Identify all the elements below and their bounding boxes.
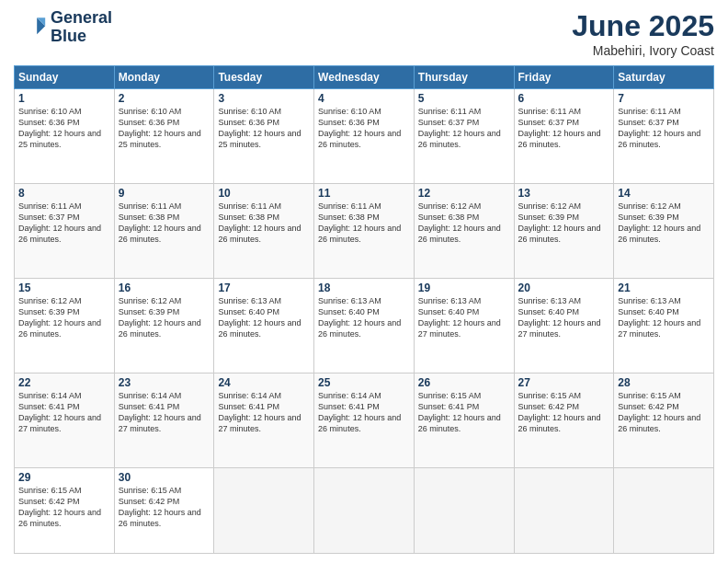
calendar-day-cell: 10Sunrise: 6:11 AMSunset: 6:38 PMDayligh… bbox=[214, 183, 314, 278]
calendar-day-cell: 2Sunrise: 6:10 AMSunset: 6:36 PMDaylight… bbox=[114, 89, 214, 184]
logo-text: General Blue bbox=[51, 9, 112, 46]
day-info: Sunrise: 6:15 AMSunset: 6:42 PMDaylight:… bbox=[119, 485, 210, 530]
day-info: Sunrise: 6:12 AMSunset: 6:39 PMDaylight:… bbox=[618, 201, 710, 246]
day-info: Sunrise: 6:13 AMSunset: 6:40 PMDaylight:… bbox=[318, 295, 410, 340]
day-number: 7 bbox=[618, 92, 710, 105]
day-info: Sunrise: 6:11 AMSunset: 6:38 PMDaylight:… bbox=[119, 201, 210, 246]
day-info: Sunrise: 6:11 AMSunset: 6:37 PMDaylight:… bbox=[518, 106, 610, 151]
calendar-day-cell: 6Sunrise: 6:11 AMSunset: 6:37 PMDaylight… bbox=[514, 89, 614, 184]
day-number: 14 bbox=[618, 187, 710, 200]
day-number: 23 bbox=[119, 376, 210, 389]
calendar-week-row: 8Sunrise: 6:11 AMSunset: 6:37 PMDaylight… bbox=[15, 183, 714, 278]
calendar-day-cell: 19Sunrise: 6:13 AMSunset: 6:40 PMDayligh… bbox=[414, 278, 514, 373]
day-info: Sunrise: 6:14 AMSunset: 6:41 PMDaylight:… bbox=[318, 390, 410, 435]
day-number: 17 bbox=[218, 282, 310, 294]
calendar-day-cell: 21Sunrise: 6:13 AMSunset: 6:40 PMDayligh… bbox=[614, 278, 714, 373]
calendar-day-cell bbox=[214, 467, 314, 553]
calendar-day-cell: 20Sunrise: 6:13 AMSunset: 6:40 PMDayligh… bbox=[514, 278, 614, 373]
day-number: 9 bbox=[119, 187, 210, 200]
day-info: Sunrise: 6:14 AMSunset: 6:41 PMDaylight:… bbox=[18, 390, 110, 435]
page: General Blue June 2025 Mabehiri, Ivory C… bbox=[0, 0, 728, 563]
calendar-day-cell: 24Sunrise: 6:14 AMSunset: 6:41 PMDayligh… bbox=[214, 373, 314, 467]
day-number: 8 bbox=[18, 187, 110, 200]
day-info: Sunrise: 6:15 AMSunset: 6:42 PMDaylight:… bbox=[618, 390, 710, 435]
day-number: 20 bbox=[518, 282, 610, 294]
day-number: 11 bbox=[318, 187, 410, 200]
day-number: 30 bbox=[119, 471, 210, 484]
calendar-day-cell: 5Sunrise: 6:11 AMSunset: 6:37 PMDaylight… bbox=[414, 89, 514, 184]
logo-line2: Blue bbox=[51, 28, 112, 46]
calendar-day-cell: 23Sunrise: 6:14 AMSunset: 6:41 PMDayligh… bbox=[114, 373, 214, 467]
day-number: 18 bbox=[318, 282, 410, 294]
weekday-header-tuesday: Tuesday bbox=[214, 66, 314, 89]
day-info: Sunrise: 6:10 AMSunset: 6:36 PMDaylight:… bbox=[119, 106, 210, 151]
day-info: Sunrise: 6:11 AMSunset: 6:37 PMDaylight:… bbox=[418, 106, 510, 151]
calendar-day-cell: 1Sunrise: 6:10 AMSunset: 6:36 PMDaylight… bbox=[15, 89, 115, 184]
day-number: 2 bbox=[119, 92, 210, 105]
day-number: 28 bbox=[618, 376, 710, 389]
location: Mabehiri, Ivory Coast bbox=[572, 43, 714, 58]
calendar-day-cell: 26Sunrise: 6:15 AMSunset: 6:41 PMDayligh… bbox=[414, 373, 514, 467]
day-info: Sunrise: 6:14 AMSunset: 6:41 PMDaylight:… bbox=[119, 390, 210, 435]
calendar-week-row: 29Sunrise: 6:15 AMSunset: 6:42 PMDayligh… bbox=[15, 467, 714, 553]
calendar-day-cell: 28Sunrise: 6:15 AMSunset: 6:42 PMDayligh… bbox=[614, 373, 714, 467]
calendar-day-cell: 12Sunrise: 6:12 AMSunset: 6:38 PMDayligh… bbox=[414, 183, 514, 278]
calendar-day-cell: 13Sunrise: 6:12 AMSunset: 6:39 PMDayligh… bbox=[514, 183, 614, 278]
day-number: 4 bbox=[318, 92, 410, 105]
day-info: Sunrise: 6:13 AMSunset: 6:40 PMDaylight:… bbox=[518, 295, 610, 340]
logo-line1: General bbox=[51, 9, 112, 28]
calendar-day-cell bbox=[614, 467, 714, 553]
calendar-day-cell: 14Sunrise: 6:12 AMSunset: 6:39 PMDayligh… bbox=[614, 183, 714, 278]
day-info: Sunrise: 6:11 AMSunset: 6:38 PMDaylight:… bbox=[318, 201, 410, 246]
day-info: Sunrise: 6:15 AMSunset: 6:41 PMDaylight:… bbox=[418, 390, 510, 435]
day-info: Sunrise: 6:13 AMSunset: 6:40 PMDaylight:… bbox=[218, 295, 310, 340]
weekday-header-monday: Monday bbox=[114, 66, 214, 89]
day-number: 25 bbox=[318, 376, 410, 389]
calendar-day-cell: 9Sunrise: 6:11 AMSunset: 6:38 PMDaylight… bbox=[114, 183, 214, 278]
day-info: Sunrise: 6:11 AMSunset: 6:37 PMDaylight:… bbox=[18, 201, 110, 246]
calendar-day-cell: 8Sunrise: 6:11 AMSunset: 6:37 PMDaylight… bbox=[15, 183, 115, 278]
day-info: Sunrise: 6:13 AMSunset: 6:40 PMDaylight:… bbox=[418, 295, 510, 340]
day-number: 10 bbox=[218, 187, 310, 200]
calendar-week-row: 1Sunrise: 6:10 AMSunset: 6:36 PMDaylight… bbox=[15, 89, 714, 184]
calendar-day-cell: 30Sunrise: 6:15 AMSunset: 6:42 PMDayligh… bbox=[114, 467, 214, 553]
calendar-day-cell: 7Sunrise: 6:11 AMSunset: 6:37 PMDaylight… bbox=[614, 89, 714, 184]
day-number: 13 bbox=[518, 187, 610, 200]
calendar-day-cell: 18Sunrise: 6:13 AMSunset: 6:40 PMDayligh… bbox=[314, 278, 415, 373]
day-info: Sunrise: 6:12 AMSunset: 6:39 PMDaylight:… bbox=[119, 295, 210, 340]
day-number: 21 bbox=[618, 282, 710, 294]
weekday-header-row: SundayMondayTuesdayWednesdayThursdayFrid… bbox=[15, 66, 714, 89]
day-number: 19 bbox=[418, 282, 510, 294]
calendar-day-cell: 17Sunrise: 6:13 AMSunset: 6:40 PMDayligh… bbox=[214, 278, 314, 373]
day-info: Sunrise: 6:15 AMSunset: 6:42 PMDaylight:… bbox=[18, 485, 110, 530]
day-number: 1 bbox=[18, 92, 110, 105]
main-title: June 2025 bbox=[572, 9, 714, 43]
day-info: Sunrise: 6:13 AMSunset: 6:40 PMDaylight:… bbox=[618, 295, 710, 340]
calendar-day-cell: 3Sunrise: 6:10 AMSunset: 6:36 PMDaylight… bbox=[214, 89, 314, 184]
weekday-header-thursday: Thursday bbox=[414, 66, 514, 89]
weekday-header-saturday: Saturday bbox=[614, 66, 714, 89]
calendar-day-cell: 22Sunrise: 6:14 AMSunset: 6:41 PMDayligh… bbox=[15, 373, 115, 467]
day-info: Sunrise: 6:10 AMSunset: 6:36 PMDaylight:… bbox=[218, 106, 310, 151]
day-number: 26 bbox=[418, 376, 510, 389]
day-info: Sunrise: 6:15 AMSunset: 6:42 PMDaylight:… bbox=[518, 390, 610, 435]
day-number: 5 bbox=[418, 92, 510, 105]
day-info: Sunrise: 6:14 AMSunset: 6:41 PMDaylight:… bbox=[218, 390, 310, 435]
calendar-day-cell bbox=[514, 467, 614, 553]
day-info: Sunrise: 6:12 AMSunset: 6:39 PMDaylight:… bbox=[18, 295, 110, 340]
calendar-day-cell: 4Sunrise: 6:10 AMSunset: 6:36 PMDaylight… bbox=[314, 89, 415, 184]
day-info: Sunrise: 6:11 AMSunset: 6:37 PMDaylight:… bbox=[618, 106, 710, 151]
logo-icon bbox=[14, 11, 47, 44]
day-info: Sunrise: 6:12 AMSunset: 6:39 PMDaylight:… bbox=[518, 201, 610, 246]
calendar-table: SundayMondayTuesdayWednesdayThursdayFrid… bbox=[14, 65, 714, 554]
day-number: 22 bbox=[18, 376, 110, 389]
day-info: Sunrise: 6:10 AMSunset: 6:36 PMDaylight:… bbox=[18, 106, 110, 151]
day-number: 24 bbox=[218, 376, 310, 389]
calendar-week-row: 22Sunrise: 6:14 AMSunset: 6:41 PMDayligh… bbox=[15, 373, 714, 467]
day-number: 29 bbox=[18, 471, 110, 484]
day-number: 27 bbox=[518, 376, 610, 389]
day-number: 16 bbox=[119, 282, 210, 294]
day-number: 12 bbox=[418, 187, 510, 200]
calendar-day-cell: 25Sunrise: 6:14 AMSunset: 6:41 PMDayligh… bbox=[314, 373, 415, 467]
calendar-day-cell bbox=[314, 467, 415, 553]
